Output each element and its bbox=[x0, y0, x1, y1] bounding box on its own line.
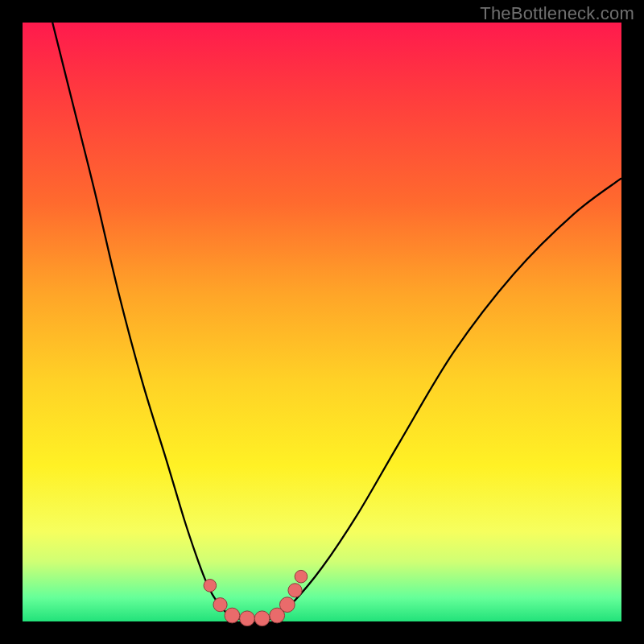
bottleneck-curve bbox=[52, 23, 621, 620]
curve-layer bbox=[23, 23, 621, 621]
plot-area bbox=[23, 23, 621, 621]
marker-bead bbox=[288, 584, 302, 597]
marker-bead bbox=[204, 580, 217, 592]
marker-beads bbox=[204, 570, 308, 625]
watermark-text: TheBottleneck.com bbox=[480, 3, 634, 24]
marker-bead bbox=[213, 598, 227, 612]
marker-bead bbox=[295, 570, 308, 583]
marker-bead bbox=[240, 611, 255, 626]
marker-bead bbox=[254, 611, 270, 626]
marker-bead bbox=[279, 597, 295, 613]
marker-bead bbox=[225, 608, 240, 623]
chart-container: TheBottleneck.com bbox=[0, 0, 644, 644]
